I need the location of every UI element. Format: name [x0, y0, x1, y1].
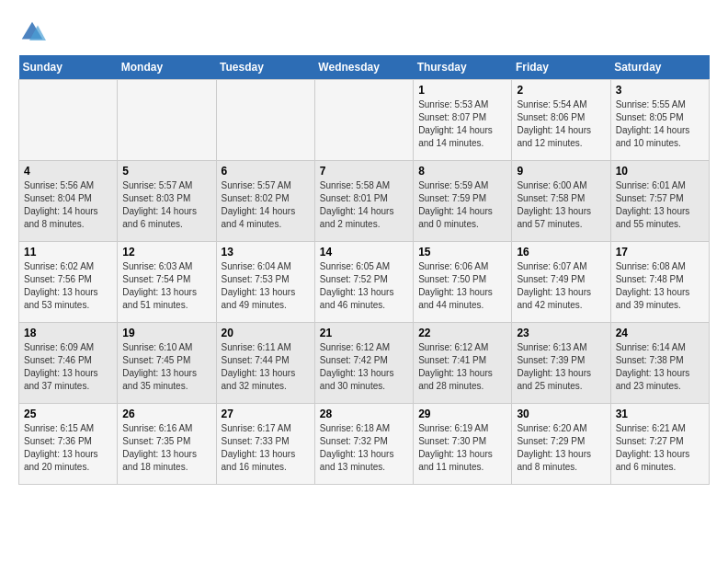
day-info: Sunrise: 6:11 AM Sunset: 7:44 PM Dayligh…: [222, 341, 310, 393]
day-number: 27: [222, 408, 310, 420]
calendar-cell: [216, 80, 314, 161]
day-info: Sunrise: 6:19 AM Sunset: 7:30 PM Dayligh…: [418, 422, 506, 474]
calendar-week-row: 4Sunrise: 5:56 AM Sunset: 8:04 PM Daylig…: [19, 161, 710, 242]
day-info: Sunrise: 6:13 AM Sunset: 7:39 PM Dayligh…: [517, 341, 605, 393]
weekday-header: Friday: [512, 55, 610, 80]
calendar-cell: 13Sunrise: 6:04 AM Sunset: 7:53 PM Dayli…: [216, 242, 314, 323]
day-info: Sunrise: 5:57 AM Sunset: 8:02 PM Dayligh…: [222, 179, 310, 231]
day-info: Sunrise: 6:21 AM Sunset: 7:27 PM Dayligh…: [616, 422, 704, 474]
logo-icon: [18, 18, 46, 46]
day-number: 20: [222, 327, 310, 339]
calendar-cell: 11Sunrise: 6:02 AM Sunset: 7:56 PM Dayli…: [19, 242, 118, 323]
calendar-cell: 19Sunrise: 6:10 AM Sunset: 7:45 PM Dayli…: [118, 323, 216, 404]
day-info: Sunrise: 6:01 AM Sunset: 7:57 PM Dayligh…: [616, 179, 704, 231]
weekday-header: Tuesday: [216, 55, 314, 80]
day-info: Sunrise: 6:08 AM Sunset: 7:48 PM Dayligh…: [616, 260, 704, 312]
day-number: 15: [418, 246, 506, 259]
day-info: Sunrise: 6:17 AM Sunset: 7:33 PM Dayligh…: [222, 422, 310, 474]
day-number: 9: [517, 165, 605, 178]
day-number: 31: [616, 408, 704, 420]
day-number: 14: [320, 246, 408, 259]
day-number: 24: [616, 327, 704, 339]
day-number: 4: [24, 165, 112, 178]
day-info: Sunrise: 5:59 AM Sunset: 7:59 PM Dayligh…: [418, 179, 506, 231]
day-number: 23: [517, 327, 605, 339]
day-number: 2: [517, 84, 605, 97]
calendar-cell: 18Sunrise: 6:09 AM Sunset: 7:46 PM Dayli…: [19, 323, 118, 404]
calendar-cell: [118, 80, 216, 161]
calendar-cell: 20Sunrise: 6:11 AM Sunset: 7:44 PM Dayli…: [216, 323, 314, 404]
day-info: Sunrise: 6:03 AM Sunset: 7:54 PM Dayligh…: [122, 260, 210, 312]
day-number: 6: [222, 165, 310, 178]
day-number: 12: [122, 246, 210, 259]
calendar-cell: 26Sunrise: 6:16 AM Sunset: 7:35 PM Dayli…: [118, 404, 216, 485]
calendar-cell: 30Sunrise: 6:20 AM Sunset: 7:29 PM Dayli…: [512, 404, 610, 485]
day-number: 7: [320, 165, 408, 178]
day-info: Sunrise: 6:07 AM Sunset: 7:49 PM Dayligh…: [517, 260, 605, 312]
day-number: 13: [222, 246, 310, 259]
calendar-table: SundayMondayTuesdayWednesdayThursdayFrid…: [18, 55, 710, 485]
day-number: 18: [24, 327, 112, 339]
calendar-cell: 21Sunrise: 6:12 AM Sunset: 7:42 PM Dayli…: [314, 323, 413, 404]
calendar-cell: 14Sunrise: 6:05 AM Sunset: 7:52 PM Dayli…: [314, 242, 413, 323]
weekday-header: Wednesday: [314, 55, 413, 80]
calendar-cell: 2Sunrise: 5:54 AM Sunset: 8:06 PM Daylig…: [512, 80, 610, 161]
day-info: Sunrise: 6:15 AM Sunset: 7:36 PM Dayligh…: [24, 422, 112, 474]
day-number: 19: [122, 327, 210, 339]
day-number: 26: [122, 408, 210, 420]
calendar-cell: 7Sunrise: 5:58 AM Sunset: 8:01 PM Daylig…: [314, 161, 413, 242]
day-number: 21: [320, 327, 408, 339]
day-number: 3: [616, 84, 704, 97]
calendar-cell: 23Sunrise: 6:13 AM Sunset: 7:39 PM Dayli…: [512, 323, 610, 404]
calendar-week-row: 18Sunrise: 6:09 AM Sunset: 7:46 PM Dayli…: [19, 323, 710, 404]
calendar-cell: 27Sunrise: 6:17 AM Sunset: 7:33 PM Dayli…: [216, 404, 314, 485]
calendar-week-row: 1Sunrise: 5:53 AM Sunset: 8:07 PM Daylig…: [19, 80, 710, 161]
weekday-header: Thursday: [414, 55, 512, 80]
calendar-week-row: 11Sunrise: 6:02 AM Sunset: 7:56 PM Dayli…: [19, 242, 710, 323]
calendar-cell: 24Sunrise: 6:14 AM Sunset: 7:38 PM Dayli…: [610, 323, 709, 404]
day-number: 17: [616, 246, 704, 259]
day-number: 11: [24, 246, 112, 259]
day-info: Sunrise: 6:09 AM Sunset: 7:46 PM Dayligh…: [24, 341, 112, 393]
calendar-cell: 28Sunrise: 6:18 AM Sunset: 7:32 PM Dayli…: [314, 404, 413, 485]
day-info: Sunrise: 6:20 AM Sunset: 7:29 PM Dayligh…: [517, 422, 605, 474]
calendar-cell: 22Sunrise: 6:12 AM Sunset: 7:41 PM Dayli…: [414, 323, 512, 404]
weekday-header: Saturday: [610, 55, 709, 80]
calendar-cell: 3Sunrise: 5:55 AM Sunset: 8:05 PM Daylig…: [610, 80, 709, 161]
day-info: Sunrise: 6:18 AM Sunset: 7:32 PM Dayligh…: [320, 422, 408, 474]
calendar-cell: [19, 80, 118, 161]
calendar-cell: 12Sunrise: 6:03 AM Sunset: 7:54 PM Dayli…: [118, 242, 216, 323]
day-info: Sunrise: 6:06 AM Sunset: 7:50 PM Dayligh…: [418, 260, 506, 312]
calendar-cell: 15Sunrise: 6:06 AM Sunset: 7:50 PM Dayli…: [414, 242, 512, 323]
day-number: 22: [418, 327, 506, 339]
calendar-cell: 9Sunrise: 6:00 AM Sunset: 7:58 PM Daylig…: [512, 161, 610, 242]
day-number: 25: [24, 408, 112, 420]
day-info: Sunrise: 6:02 AM Sunset: 7:56 PM Dayligh…: [24, 260, 112, 312]
day-info: Sunrise: 6:14 AM Sunset: 7:38 PM Dayligh…: [616, 341, 704, 393]
day-number: 28: [320, 408, 408, 420]
calendar-cell: 17Sunrise: 6:08 AM Sunset: 7:48 PM Dayli…: [610, 242, 709, 323]
day-info: Sunrise: 6:16 AM Sunset: 7:35 PM Dayligh…: [122, 422, 210, 474]
weekday-header: Sunday: [19, 55, 118, 80]
day-number: 10: [616, 165, 704, 178]
day-info: Sunrise: 6:12 AM Sunset: 7:42 PM Dayligh…: [320, 341, 408, 393]
calendar-cell: 6Sunrise: 5:57 AM Sunset: 8:02 PM Daylig…: [216, 161, 314, 242]
logo: [18, 18, 50, 46]
day-info: Sunrise: 5:55 AM Sunset: 8:05 PM Dayligh…: [616, 98, 704, 150]
day-info: Sunrise: 6:05 AM Sunset: 7:52 PM Dayligh…: [320, 260, 408, 312]
calendar-cell: 29Sunrise: 6:19 AM Sunset: 7:30 PM Dayli…: [414, 404, 512, 485]
calendar-cell: 4Sunrise: 5:56 AM Sunset: 8:04 PM Daylig…: [19, 161, 118, 242]
day-number: 5: [122, 165, 210, 178]
calendar-cell: [314, 80, 413, 161]
calendar-cell: 31Sunrise: 6:21 AM Sunset: 7:27 PM Dayli…: [610, 404, 709, 485]
day-number: 16: [517, 246, 605, 259]
day-number: 8: [418, 165, 506, 178]
calendar-cell: 16Sunrise: 6:07 AM Sunset: 7:49 PM Dayli…: [512, 242, 610, 323]
day-info: Sunrise: 5:53 AM Sunset: 8:07 PM Dayligh…: [418, 98, 506, 150]
page-header: [18, 18, 710, 46]
calendar-cell: 25Sunrise: 6:15 AM Sunset: 7:36 PM Dayli…: [19, 404, 118, 485]
day-number: 1: [418, 84, 506, 97]
weekday-header: Monday: [118, 55, 216, 80]
header-row: SundayMondayTuesdayWednesdayThursdayFrid…: [19, 55, 710, 80]
calendar-week-row: 25Sunrise: 6:15 AM Sunset: 7:36 PM Dayli…: [19, 404, 710, 485]
